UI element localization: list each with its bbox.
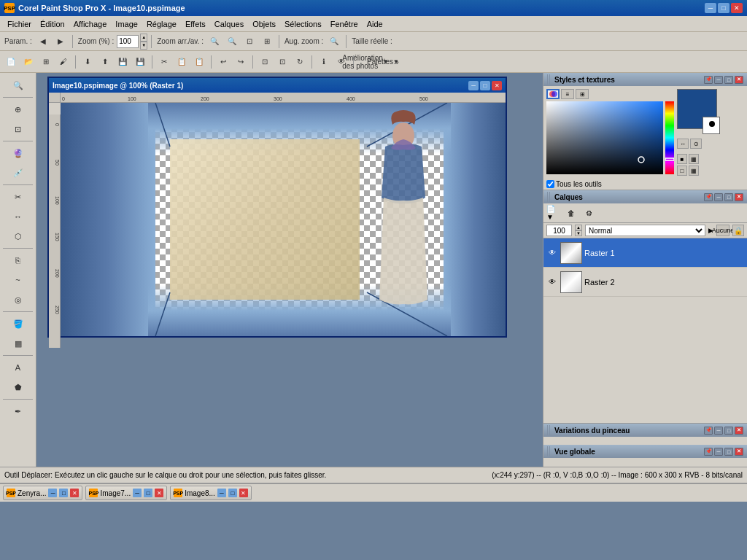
layer-item-raster2[interactable]: 👁 Raster 2 [543,268,747,297]
image-win-min[interactable]: ─ [468,81,479,90]
zoom-next-btn[interactable]: 🔍 [224,34,240,50]
all-tools-checkbox[interactable] [546,180,554,188]
opacity-up[interactable]: ▲ [575,225,582,230]
fg-color-swatch[interactable] [677,89,717,129]
layer2-visibility-btn[interactable]: 👁 [546,276,558,288]
color-mode-rgb[interactable] [546,89,560,99]
layer-props-btn[interactable]: ⚙ [581,206,597,220]
bg-texture-btn[interactable]: ▦ [689,166,699,176]
styles-panel-grip[interactable] [547,74,551,85]
redo-btn[interactable]: ↪ [233,54,249,70]
paint-btn[interactable]: 🖌 [55,54,71,70]
new-layer-btn[interactable]: 📄▼ [546,206,562,220]
calques-max-btn[interactable]: □ [724,193,733,201]
vue-globale-pin-btn[interactable]: 📌 [704,448,713,456]
calques-pin-btn[interactable]: 📌 [704,193,713,201]
crop-tool[interactable]: ✂ [7,187,29,206]
minimize-button[interactable]: ─ [705,3,716,13]
task-item-zenyra[interactable]: PSP Zenyra... ─ □ ✕ [3,486,82,500]
swap-colors-btn[interactable]: ↔ [677,139,689,149]
task2-max-btn[interactable]: □ [144,489,152,497]
menu-fichier[interactable]: Fichier [3,18,36,30]
scratch-tool[interactable]: ~ [7,271,29,289]
import-btn[interactable]: ⬇ [80,54,96,70]
task1-max-btn[interactable]: □ [59,489,68,497]
layer-item-raster1[interactable]: 👁 Raster 1 [543,238,747,268]
fg-texture-btn[interactable]: ▦ [689,154,699,164]
info-btn[interactable]: ℹ [316,54,332,70]
open-btn[interactable]: 📂 [20,54,36,70]
move-right-btn[interactable]: ▶ [53,34,69,50]
rotate-btn[interactable]: ↻ [292,54,308,70]
task2-close-btn[interactable]: ✕ [155,489,163,497]
image-win-max[interactable]: □ [480,81,490,90]
reset-colors-btn[interactable]: ⊙ [690,139,702,149]
browse-btn[interactable]: ⊞ [38,54,54,70]
image-canvas[interactable] [61,103,506,336]
vue-globale-max-btn[interactable]: □ [724,448,733,456]
task3-max-btn[interactable]: □ [228,489,237,497]
blur-tool[interactable]: ◎ [7,290,29,309]
variations-close-btn[interactable]: ✕ [735,427,743,435]
styles-pin-btn[interactable]: 📌 [704,76,713,84]
save-btn[interactable]: 💾 [115,54,131,70]
zoom-spinner[interactable]: ▲▼ [140,34,147,50]
deform-tool[interactable]: ⊕ [7,100,29,119]
color-picker-gradient[interactable] [546,101,663,174]
new-btn[interactable]: 📄 [3,54,19,70]
eyedropper-tool[interactable]: 💉 [7,163,29,182]
variations-min-btn[interactable]: ─ [714,427,723,435]
delete-layer-btn[interactable]: 🗑 [563,206,579,220]
undo-btn[interactable]: ↩ [215,54,231,70]
zoom-tool[interactable]: 🔍 [7,76,29,95]
styles-max-btn[interactable]: □ [724,76,733,84]
menu-effets[interactable]: Effets [181,18,210,30]
menu-affichage[interactable]: Affichage [69,18,112,30]
text-tool[interactable]: A [7,358,29,377]
task-item-image7[interactable]: PSP Image7... ─ □ ✕ [85,486,167,500]
aug-zoom-btn[interactable]: 🔍 [326,34,342,50]
lock-icon[interactable]: 🔒 [732,225,744,236]
variations-pin-btn[interactable]: 📌 [704,427,713,435]
task2-min-btn[interactable]: ─ [133,489,142,497]
hue-bar[interactable] [665,101,674,174]
task-item-image8[interactable]: PSP Image8... ─ □ ✕ [170,486,252,500]
calques-close-btn[interactable]: ✕ [735,193,743,201]
zoom-custom-btn[interactable]: ⊞ [259,34,275,50]
vue-globale-min-btn[interactable]: ─ [714,448,723,456]
move-left-btn[interactable]: ◀ [35,34,51,50]
maximize-button[interactable]: □ [718,3,729,13]
image-win-close[interactable]: ✕ [492,81,502,90]
task3-min-btn[interactable]: ─ [217,489,226,497]
menu-calques[interactable]: Calques [210,18,248,30]
crop-btn[interactable]: ⊡ [274,54,290,70]
variations-max-btn[interactable]: □ [724,427,733,435]
straighten-tool[interactable]: ↔ [7,207,29,226]
calques-panel-grip[interactable] [547,192,551,202]
save-as-btn[interactable]: 💾 [132,54,148,70]
bg-style-btn[interactable]: □ [677,166,687,176]
export-btn[interactable]: ⬆ [97,54,113,70]
vue-globale-close-btn[interactable]: ✕ [735,448,743,456]
pen-tool[interactable]: ✒ [7,402,29,421]
close-button[interactable]: ✕ [731,3,743,13]
fg-style-btn[interactable]: ■ [677,154,687,164]
task1-close-btn[interactable]: ✕ [70,489,79,497]
menu-image[interactable]: Image [111,18,142,30]
resize-btn[interactable]: ⊡ [257,54,273,70]
toolbar-overflow-btn[interactable]: » [392,57,400,67]
paste-btn[interactable]: 📋 [191,54,207,70]
zoom-fit-btn[interactable]: ⊡ [241,34,258,50]
menu-aide[interactable]: Aide [363,18,387,30]
styles-min-btn[interactable]: ─ [714,76,723,84]
zoom-input[interactable] [117,35,139,48]
selection-tool active[interactable]: ⊡ [7,120,29,139]
blend-mode-select[interactable]: Normal [585,225,705,236]
magic-wand-tool[interactable]: 🔮 [7,144,29,163]
layer1-visibility-btn[interactable]: 👁 [546,247,558,259]
perspective-tool[interactable]: ⬡ [7,227,29,246]
opacity-down[interactable]: ▼ [575,230,582,236]
variations-panel-grip[interactable] [547,425,551,435]
lock-none-btn[interactable]: Aucune [716,225,729,236]
menu-objets[interactable]: Objets [248,18,280,30]
